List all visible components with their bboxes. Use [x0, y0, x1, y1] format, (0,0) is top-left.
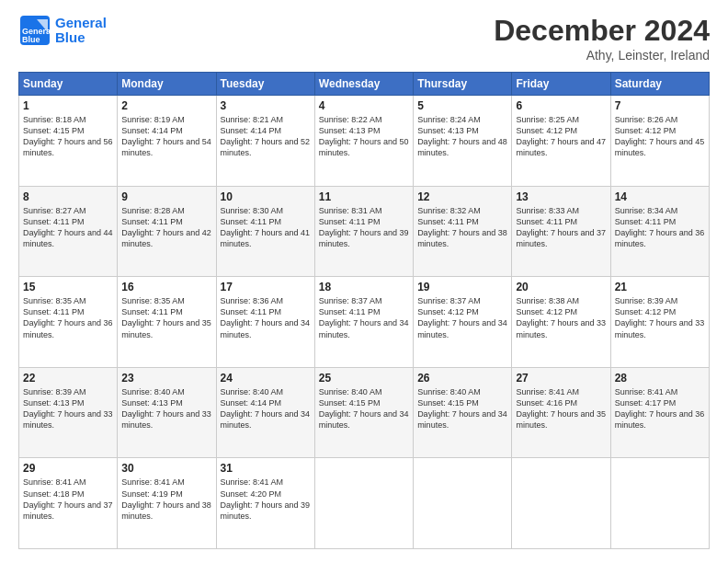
sunrise-label: Sunrise: 8:41 AM — [516, 387, 579, 396]
daylight-label: Daylight: 7 hours and 44 minutes. — [23, 228, 113, 248]
sunrise-label: Sunrise: 8:33 AM — [516, 206, 579, 215]
sunrise-label: Sunrise: 8:30 AM — [221, 206, 284, 215]
col-wednesday: Wednesday — [314, 73, 413, 96]
table-row: 2 Sunrise: 8:19 AM Sunset: 4:14 PM Dayli… — [118, 96, 216, 187]
table-row: 20 Sunrise: 8:38 AM Sunset: 4:12 PM Dayl… — [512, 277, 610, 368]
day-number: 29 — [23, 462, 113, 475]
page: General Blue General Blue December 2024 … — [0, 0, 728, 563]
day-info: Sunrise: 8:32 AM Sunset: 4:11 PM Dayligh… — [417, 205, 507, 250]
logo-icon: General Blue — [18, 14, 51, 47]
table-row: 16 Sunrise: 8:35 AM Sunset: 4:11 PM Dayl… — [118, 277, 216, 368]
day-number: 7 — [615, 99, 705, 112]
sunset-label: Sunset: 4:12 PM — [417, 307, 479, 316]
daylight-label: Daylight: 7 hours and 41 minutes. — [221, 228, 311, 248]
sunset-label: Sunset: 4:11 PM — [23, 307, 85, 316]
day-info: Sunrise: 8:31 AM Sunset: 4:11 PM Dayligh… — [319, 205, 409, 250]
day-number: 8 — [23, 190, 113, 203]
sunset-label: Sunset: 4:13 PM — [417, 126, 479, 135]
table-row: 7 Sunrise: 8:26 AM Sunset: 4:12 PM Dayli… — [610, 96, 709, 187]
daylight-label: Daylight: 7 hours and 36 minutes. — [615, 228, 705, 248]
day-number: 26 — [417, 372, 507, 385]
table-row — [314, 458, 413, 549]
sunrise-label: Sunrise: 8:40 AM — [121, 387, 185, 396]
sunrise-label: Sunrise: 8:40 AM — [221, 387, 284, 396]
sunrise-label: Sunrise: 8:28 AM — [121, 206, 185, 215]
day-info: Sunrise: 8:28 AM Sunset: 4:11 PM Dayligh… — [121, 205, 211, 250]
table-row: 29 Sunrise: 8:41 AM Sunset: 4:18 PM Dayl… — [19, 458, 118, 549]
sunrise-label: Sunrise: 8:40 AM — [319, 387, 382, 396]
day-info: Sunrise: 8:27 AM Sunset: 4:11 PM Dayligh… — [23, 205, 113, 250]
calendar-header-row: Sunday Monday Tuesday Wednesday Thursday… — [19, 73, 710, 96]
sunrise-label: Sunrise: 8:27 AM — [23, 206, 86, 215]
sunrise-label: Sunrise: 8:32 AM — [417, 206, 481, 215]
sunrise-label: Sunrise: 8:18 AM — [23, 115, 86, 124]
svg-text:Blue: Blue — [22, 35, 40, 44]
table-row: 5 Sunrise: 8:24 AM Sunset: 4:13 PM Dayli… — [414, 96, 512, 187]
daylight-label: Daylight: 7 hours and 33 minutes. — [516, 318, 606, 339]
sunrise-label: Sunrise: 8:41 AM — [23, 477, 86, 487]
daylight-label: Daylight: 7 hours and 35 minutes. — [516, 409, 606, 430]
day-info: Sunrise: 8:35 AM Sunset: 4:11 PM Dayligh… — [121, 295, 211, 340]
sunset-label: Sunset: 4:13 PM — [319, 126, 381, 135]
title-block: December 2024 Athy, Leinster, Ireland — [494, 14, 710, 63]
sunrise-label: Sunrise: 8:24 AM — [417, 115, 481, 124]
daylight-label: Daylight: 7 hours and 34 minutes. — [319, 409, 409, 430]
table-row: 13 Sunrise: 8:33 AM Sunset: 4:11 PM Dayl… — [512, 186, 610, 277]
table-row: 3 Sunrise: 8:21 AM Sunset: 4:14 PM Dayli… — [216, 96, 314, 187]
logo: General Blue General Blue — [18, 14, 107, 47]
day-info: Sunrise: 8:33 AM Sunset: 4:11 PM Dayligh… — [516, 205, 606, 250]
table-row: 21 Sunrise: 8:39 AM Sunset: 4:12 PM Dayl… — [610, 277, 709, 368]
col-sunday: Sunday — [19, 73, 118, 96]
day-info: Sunrise: 8:40 AM Sunset: 4:13 PM Dayligh… — [121, 386, 211, 431]
sunrise-label: Sunrise: 8:34 AM — [615, 206, 678, 215]
daylight-label: Daylight: 7 hours and 36 minutes. — [615, 409, 705, 430]
day-info: Sunrise: 8:37 AM Sunset: 4:11 PM Dayligh… — [319, 295, 409, 340]
sunrise-label: Sunrise: 8:35 AM — [23, 296, 86, 305]
table-row: 6 Sunrise: 8:25 AM Sunset: 4:12 PM Dayli… — [512, 96, 610, 187]
sunset-label: Sunset: 4:11 PM — [23, 217, 85, 226]
table-row: 15 Sunrise: 8:35 AM Sunset: 4:11 PM Dayl… — [19, 277, 118, 368]
sunset-label: Sunset: 4:12 PM — [615, 307, 677, 316]
day-number: 31 — [221, 462, 311, 475]
table-row: 28 Sunrise: 8:41 AM Sunset: 4:17 PM Dayl… — [610, 367, 709, 458]
day-number: 20 — [516, 281, 606, 293]
logo-text-line2: Blue — [55, 30, 107, 46]
sunset-label: Sunset: 4:14 PM — [221, 398, 282, 408]
sunset-label: Sunset: 4:16 PM — [516, 398, 577, 408]
day-info: Sunrise: 8:36 AM Sunset: 4:11 PM Dayligh… — [221, 295, 311, 340]
daylight-label: Daylight: 7 hours and 34 minutes. — [417, 409, 507, 430]
sunrise-label: Sunrise: 8:19 AM — [121, 115, 185, 124]
day-number: 27 — [516, 372, 606, 385]
table-row: 17 Sunrise: 8:36 AM Sunset: 4:11 PM Dayl… — [216, 277, 314, 368]
daylight-label: Daylight: 7 hours and 42 minutes. — [121, 228, 211, 248]
day-number: 1 — [23, 99, 113, 112]
col-saturday: Saturday — [610, 73, 709, 96]
sunrise-label: Sunrise: 8:25 AM — [516, 115, 579, 124]
sunset-label: Sunset: 4:19 PM — [121, 489, 183, 499]
daylight-label: Daylight: 7 hours and 33 minutes. — [615, 318, 705, 339]
sunset-label: Sunset: 4:12 PM — [516, 307, 577, 316]
sunrise-label: Sunrise: 8:41 AM — [615, 387, 678, 396]
day-number: 5 — [417, 99, 507, 112]
table-row: 9 Sunrise: 8:28 AM Sunset: 4:11 PM Dayli… — [118, 186, 216, 277]
sunset-label: Sunset: 4:14 PM — [221, 126, 282, 135]
sunset-label: Sunset: 4:18 PM — [23, 489, 85, 499]
sunset-label: Sunset: 4:11 PM — [121, 217, 183, 226]
day-number: 12 — [417, 190, 507, 203]
day-number: 22 — [23, 372, 113, 385]
sunrise-label: Sunrise: 8:21 AM — [221, 115, 284, 124]
sunset-label: Sunset: 4:15 PM — [23, 126, 85, 135]
table-row: 8 Sunrise: 8:27 AM Sunset: 4:11 PM Dayli… — [19, 186, 118, 277]
sunrise-label: Sunrise: 8:38 AM — [516, 296, 579, 305]
table-row: 24 Sunrise: 8:40 AM Sunset: 4:14 PM Dayl… — [216, 367, 314, 458]
calendar-week-row: 22 Sunrise: 8:39 AM Sunset: 4:13 PM Dayl… — [19, 367, 710, 458]
table-row — [512, 458, 610, 549]
sunset-label: Sunset: 4:20 PM — [221, 489, 282, 499]
table-row: 12 Sunrise: 8:32 AM Sunset: 4:11 PM Dayl… — [414, 186, 512, 277]
day-info: Sunrise: 8:39 AM Sunset: 4:13 PM Dayligh… — [23, 386, 113, 431]
daylight-label: Daylight: 7 hours and 56 minutes. — [23, 137, 113, 157]
logo-text-line1: General — [55, 16, 107, 31]
day-info: Sunrise: 8:40 AM Sunset: 4:15 PM Dayligh… — [417, 386, 507, 431]
sunset-label: Sunset: 4:17 PM — [615, 398, 677, 408]
table-row: 30 Sunrise: 8:41 AM Sunset: 4:19 PM Dayl… — [118, 458, 216, 549]
